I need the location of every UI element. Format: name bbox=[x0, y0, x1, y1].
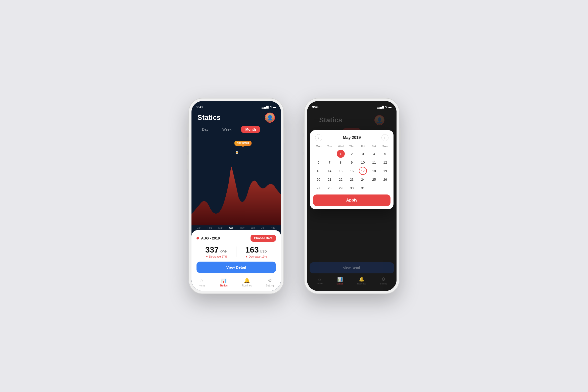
status-time-left: 9:41 bbox=[197, 105, 203, 109]
cal-cell-23[interactable]: 23 bbox=[348, 175, 356, 183]
apply-button[interactable]: Apply bbox=[313, 194, 390, 206]
volume-up-button[interactable] bbox=[187, 137, 188, 152]
stat-kwh-value: 337 KWH bbox=[197, 245, 236, 255]
card-period: AUG - 2019 bbox=[197, 236, 220, 240]
header-right-bg: Statics 👤 bbox=[313, 113, 390, 127]
chart-dot bbox=[236, 151, 238, 154]
cal-day-wed: Wed bbox=[335, 144, 346, 149]
cal-grid: 1 2 3 4 5 6 7 8 9 10 11 12 13 bbox=[310, 150, 394, 192]
cal-cell-20[interactable]: 20 bbox=[314, 175, 322, 183]
cal-cell-18[interactable]: 18 bbox=[370, 167, 378, 175]
tab-day[interactable]: Day bbox=[198, 126, 213, 133]
home-icon-left: ⌂ bbox=[201, 278, 204, 283]
avatar-face-left: 👤 bbox=[265, 113, 274, 122]
cal-cell-empty-1 bbox=[314, 150, 322, 158]
cal-cell-2[interactable]: 2 bbox=[348, 150, 356, 158]
period-dot bbox=[197, 237, 199, 239]
chart-label-jun: Jun bbox=[251, 226, 255, 229]
view-detail-button-left[interactable]: View Detail bbox=[197, 262, 276, 273]
power-button-right[interactable] bbox=[400, 128, 401, 143]
power-button[interactable] bbox=[284, 128, 285, 143]
cal-cell-empty-2 bbox=[325, 150, 333, 158]
statics-icon-right: 📊 bbox=[337, 276, 343, 282]
cal-prev-button[interactable]: ‹ bbox=[315, 134, 322, 141]
battery-icon-right: ▬ bbox=[388, 105, 391, 109]
chart-label-apr: Apr bbox=[229, 226, 233, 229]
cal-cell-empty-3 bbox=[370, 184, 378, 192]
cal-cell-13[interactable]: 13 bbox=[314, 167, 322, 175]
stat-usd-unit: USD bbox=[260, 250, 267, 253]
nav-routines-left[interactable]: 🔔 Routines bbox=[242, 277, 252, 287]
cal-cell-12[interactable]: 12 bbox=[381, 158, 389, 166]
statics-label-left: Statics bbox=[219, 284, 228, 287]
nav-routines-right[interactable]: 🔔 Routines bbox=[357, 276, 366, 285]
cal-cell-8[interactable]: 8 bbox=[337, 158, 345, 166]
volume-down-button-right[interactable] bbox=[303, 155, 304, 170]
cal-cell-1[interactable]: 1 bbox=[337, 150, 345, 158]
status-time-right: 9:41 bbox=[312, 105, 319, 109]
calendar-overlay: ‹ May 2019 › Mon Tue Wed Thu Fri Sat Sun bbox=[310, 130, 394, 209]
cal-day-fri: Fri bbox=[357, 144, 368, 149]
silent-button[interactable] bbox=[187, 123, 188, 133]
header-left: Statics 👤 bbox=[191, 110, 281, 125]
cal-next-button[interactable]: › bbox=[381, 134, 388, 141]
chart-svg bbox=[191, 136, 281, 225]
setting-icon-right: ⚙ bbox=[381, 276, 385, 282]
cal-cell-14[interactable]: 14 bbox=[325, 167, 333, 175]
cal-cell-9[interactable]: 9 bbox=[348, 158, 356, 166]
phone-right: 9:41 ▂▄▆ ∿ ▬ Statics 👤 bbox=[304, 98, 400, 294]
cal-day-tue: Tue bbox=[324, 144, 335, 149]
stat-usd-value: 163 USD bbox=[236, 245, 276, 255]
chart-label-feb: Feb bbox=[208, 226, 212, 229]
cal-cell-19[interactable]: 19 bbox=[381, 167, 389, 175]
cal-cell-26[interactable]: 26 bbox=[381, 175, 389, 183]
view-detail-button-right[interactable]: View Detail bbox=[310, 262, 394, 273]
cal-cell-empty-4 bbox=[381, 184, 389, 192]
cal-cell-27[interactable]: 27 bbox=[314, 184, 322, 192]
nav-home-left[interactable]: ⌂ Home bbox=[199, 278, 205, 287]
nav-statics-right[interactable]: 📊 Statics bbox=[336, 276, 343, 285]
cal-cell-5[interactable]: 5 bbox=[381, 150, 389, 158]
period-label: AUG - 2019 bbox=[201, 236, 220, 240]
tab-month[interactable]: Month bbox=[241, 126, 260, 133]
cal-cell-17[interactable]: 17 bbox=[359, 167, 367, 175]
signal-icon-right: ▂▄▆ bbox=[377, 105, 384, 109]
nav-home-right[interactable]: ⌂ Home bbox=[317, 276, 323, 285]
card-header: AUG - 2019 Choose Date bbox=[197, 235, 276, 242]
cal-cell-24[interactable]: 24 bbox=[359, 175, 367, 183]
home-label-right: Home bbox=[317, 282, 323, 285]
status-icons-left: ▂▄▆ ∿ ▬ bbox=[262, 105, 276, 109]
cal-cell-3[interactable]: 3 bbox=[359, 150, 367, 158]
choose-date-button[interactable]: Choose Date bbox=[251, 235, 276, 242]
stats-card: AUG - 2019 Choose Date 337 KWH ▼ bbox=[191, 230, 281, 275]
nav-setting-left[interactable]: ⚙ Setting bbox=[266, 277, 274, 287]
cal-cell-6[interactable]: 6 bbox=[314, 158, 322, 166]
cal-cell-10[interactable]: 10 bbox=[359, 158, 367, 166]
nav-setting-right[interactable]: ⚙ Setting bbox=[380, 276, 387, 285]
phone-left: 9:41 ▂▄▆ ∿ ▬ Statics 👤 Day bbox=[188, 98, 284, 294]
cal-cell-21[interactable]: 21 bbox=[325, 175, 333, 183]
cal-cell-31[interactable]: 31 bbox=[359, 184, 367, 192]
routines-label-right: Routines bbox=[357, 282, 366, 285]
cal-cell-25[interactable]: 25 bbox=[370, 175, 378, 183]
cal-cell-11[interactable]: 11 bbox=[370, 158, 378, 166]
cal-cell-4[interactable]: 4 bbox=[370, 150, 378, 158]
signal-icon: ▂▄▆ bbox=[262, 105, 268, 109]
cal-cell-15[interactable]: 15 bbox=[337, 167, 345, 175]
cal-cell-30[interactable]: 30 bbox=[348, 184, 356, 192]
avatar-left[interactable]: 👤 bbox=[265, 113, 275, 123]
scene: 9:41 ▂▄▆ ∿ ▬ Statics 👤 Day bbox=[188, 98, 400, 294]
volume-up-button-right[interactable] bbox=[303, 137, 304, 152]
cal-cell-22[interactable]: 22 bbox=[337, 175, 345, 183]
cal-cell-7[interactable]: 7 bbox=[325, 158, 333, 166]
cal-cell-16[interactable]: 16 bbox=[348, 167, 356, 175]
tab-week[interactable]: Week bbox=[218, 126, 236, 133]
nav-statics-left[interactable]: 📊 Statics bbox=[219, 277, 228, 287]
chart-label-jul: Jul bbox=[261, 226, 264, 229]
volume-down-button[interactable] bbox=[187, 155, 188, 170]
silent-button-right[interactable] bbox=[303, 123, 304, 133]
cal-cell-28[interactable]: 28 bbox=[325, 184, 333, 192]
chart-path bbox=[191, 167, 281, 225]
cal-cell-29[interactable]: 29 bbox=[337, 184, 345, 192]
setting-label-right: Setting bbox=[380, 282, 387, 285]
